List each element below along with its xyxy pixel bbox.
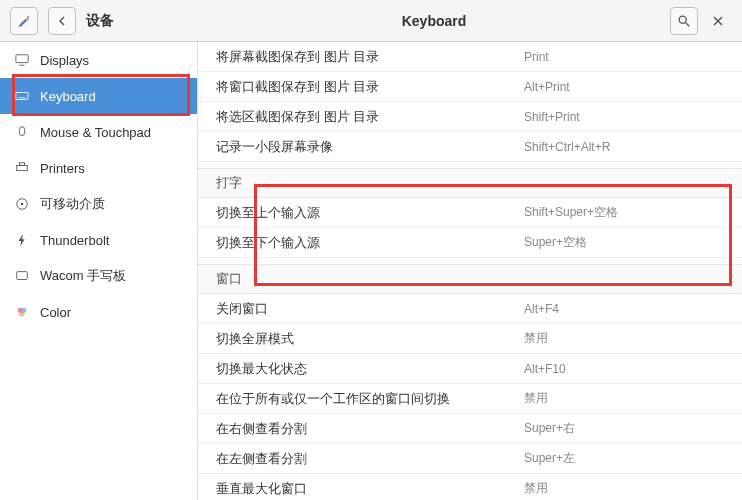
section-header: 打字: [198, 168, 742, 198]
shortcut-value: 禁用: [524, 390, 724, 407]
shortcut-row[interactable]: 切换全屏模式禁用: [198, 324, 742, 354]
header-right: [670, 7, 742, 35]
svg-line-1: [686, 22, 690, 26]
close-button[interactable]: [704, 7, 732, 35]
back-button[interactable]: [48, 7, 76, 35]
mouse-icon: [14, 124, 30, 140]
shortcut-row[interactable]: 垂直最大化窗口禁用: [198, 474, 742, 500]
sidebar-item-displays[interactable]: Displays: [0, 42, 197, 78]
disk-icon: [14, 196, 30, 212]
shortcut-value: Super+右: [524, 420, 724, 437]
shortcut-row[interactable]: 关闭窗口Alt+F4: [198, 294, 742, 324]
sidebar-item-wacom[interactable]: Wacom 手写板: [0, 258, 197, 294]
shortcut-label: 记录一小段屏幕录像: [216, 138, 524, 156]
sidebar-item-removable[interactable]: 可移动介质: [0, 186, 197, 222]
display-icon: [14, 52, 30, 68]
sidebar-item-label: 可移动介质: [40, 195, 105, 213]
sidebar: Displays Keyboard Mouse & Touchpad Print…: [0, 42, 198, 500]
sidebar-item-thunderbolt[interactable]: Thunderbolt: [0, 222, 197, 258]
shortcut-value: Super+空格: [524, 234, 724, 251]
sidebar-item-label: Color: [40, 305, 71, 320]
color-icon: [14, 304, 30, 320]
search-button[interactable]: [670, 7, 698, 35]
sidebar-item-label: Thunderbolt: [40, 233, 109, 248]
sidebar-item-label: Displays: [40, 53, 89, 68]
shortcut-label: 在位于所有或仅一个工作区的窗口间切换: [216, 390, 524, 408]
shortcut-value: Super+左: [524, 450, 724, 467]
svg-rect-2: [16, 55, 28, 63]
shortcut-value: Alt+F4: [524, 302, 724, 316]
shortcut-label: 将窗口截图保存到 图片 目录: [216, 78, 524, 96]
shortcut-value: Print: [524, 50, 724, 64]
shortcut-value: 禁用: [524, 480, 724, 497]
shortcut-row[interactable]: 切换至上个输入源Shift+Super+空格: [198, 198, 742, 228]
shortcut-label: 将选区截图保存到 图片 目录: [216, 108, 524, 126]
shortcut-value: Shift+Ctrl+Alt+R: [524, 140, 724, 154]
svg-rect-8: [19, 163, 24, 166]
shortcut-row[interactable]: 在右侧查看分割Super+右: [198, 414, 742, 444]
shortcut-row[interactable]: 将窗口截图保存到 图片 目录Alt+Print: [198, 72, 742, 102]
body: Displays Keyboard Mouse & Touchpad Print…: [0, 42, 742, 500]
shortcut-label: 在左侧查看分割: [216, 450, 524, 468]
shortcut-row[interactable]: 将选区截图保存到 图片 目录Shift+Print: [198, 102, 742, 132]
shortcut-row[interactable]: 记录一小段屏幕录像Shift+Ctrl+Alt+R: [198, 132, 742, 162]
sidebar-item-label: Mouse & Touchpad: [40, 125, 151, 140]
svg-point-14: [19, 311, 24, 316]
printer-icon: [14, 160, 30, 176]
svg-rect-6: [19, 127, 24, 136]
tablet-icon: [14, 268, 30, 284]
sidebar-item-label: Wacom 手写板: [40, 267, 126, 285]
shortcut-label: 切换全屏模式: [216, 330, 524, 348]
shortcut-row[interactable]: 将屏幕截图保存到 图片 目录Print: [198, 42, 742, 72]
section-header: 窗口: [198, 264, 742, 294]
shortcut-label: 切换至上个输入源: [216, 204, 524, 222]
shortcut-row[interactable]: 切换至下个输入源Super+空格: [198, 228, 742, 258]
svg-rect-7: [17, 165, 28, 170]
shortcut-row[interactable]: 切换最大化状态Alt+F10: [198, 354, 742, 384]
shortcut-value: 禁用: [524, 330, 724, 347]
sidebar-item-printers[interactable]: Printers: [0, 150, 197, 186]
shortcut-value: Shift+Print: [524, 110, 724, 124]
sidebar-item-keyboard[interactable]: Keyboard: [0, 78, 197, 114]
svg-point-10: [21, 203, 24, 206]
bolt-icon: [14, 232, 30, 248]
header-title: Keyboard: [198, 13, 670, 29]
content: 将屏幕截图保存到 图片 目录Print将窗口截图保存到 图片 目录Alt+Pri…: [198, 42, 742, 500]
shortcut-label: 在右侧查看分割: [216, 420, 524, 438]
shortcut-label: 关闭窗口: [216, 300, 524, 318]
shortcut-label: 将屏幕截图保存到 图片 目录: [216, 48, 524, 66]
header-left-title: 设备: [86, 12, 114, 30]
svg-rect-11: [17, 272, 28, 280]
svg-point-0: [679, 16, 686, 23]
shortcut-value: Shift+Super+空格: [524, 204, 724, 221]
shortcut-row[interactable]: 在位于所有或仅一个工作区的窗口间切换禁用: [198, 384, 742, 414]
sidebar-item-color[interactable]: Color: [0, 294, 197, 330]
shortcut-value: Alt+Print: [524, 80, 724, 94]
svg-rect-4: [16, 93, 28, 100]
sidebar-item-label: Printers: [40, 161, 85, 176]
shortcut-row[interactable]: 在左侧查看分割Super+左: [198, 444, 742, 474]
shortcut-label: 垂直最大化窗口: [216, 480, 524, 498]
shortcut-label: 切换至下个输入源: [216, 234, 524, 252]
shortcut-label: 切换最大化状态: [216, 360, 524, 378]
sidebar-item-label: Keyboard: [40, 89, 96, 104]
keyboard-icon: [14, 88, 30, 104]
header-left: 设备: [0, 7, 198, 35]
titlebar: 设备 Keyboard: [0, 0, 742, 42]
tools-icon[interactable]: [10, 7, 38, 35]
sidebar-item-mouse[interactable]: Mouse & Touchpad: [0, 114, 197, 150]
shortcut-value: Alt+F10: [524, 362, 724, 376]
